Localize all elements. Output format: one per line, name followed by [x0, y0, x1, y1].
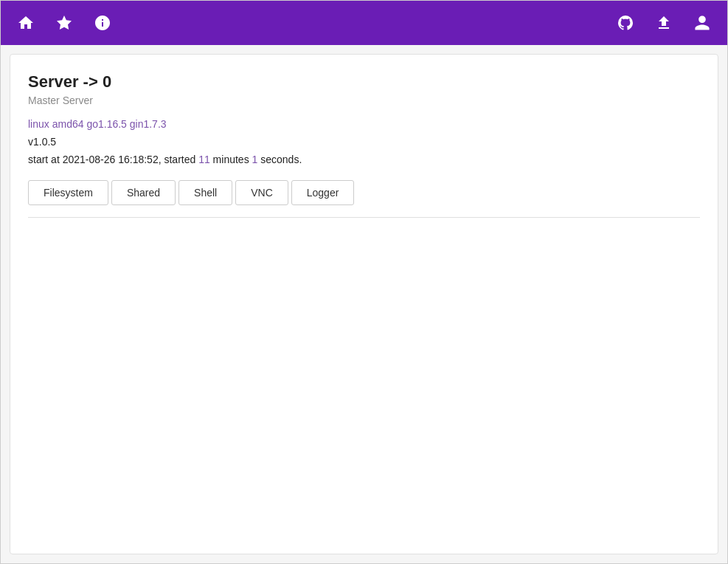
tab-content-area [28, 217, 700, 536]
navbar-right [612, 10, 715, 36]
navbar [1, 1, 727, 45]
info-icon[interactable] [89, 10, 116, 36]
tab-logger[interactable]: Logger [291, 180, 355, 205]
github-icon[interactable] [612, 10, 639, 36]
navbar-left [13, 10, 116, 36]
tab-filesystem[interactable]: Filesystem [28, 180, 108, 205]
star-icon[interactable] [51, 10, 77, 36]
account-icon[interactable] [689, 10, 715, 36]
tab-shared[interactable]: Shared [111, 180, 176, 205]
minutes-label: minutes [210, 154, 252, 165]
server-info-line: linux amd64 go1.16.5 gin1.7.3 [28, 118, 700, 130]
tab-shell[interactable]: Shell [178, 180, 232, 205]
server-version: v1.0.5 [28, 136, 700, 148]
seconds-label: seconds. [257, 154, 302, 165]
tab-buttons: Filesystem Shared Shell VNC Logger [28, 180, 700, 205]
app-window: Server -> 0 Master Server linux amd64 go… [0, 0, 728, 564]
server-start: start at 2021-08-26 16:18:52, started 11… [28, 154, 700, 165]
tab-vnc[interactable]: VNC [235, 180, 288, 205]
upload-icon[interactable] [651, 10, 677, 36]
server-title: Server -> 0 [28, 72, 700, 92]
start-prefix-text: start at 2021-08-26 16:18:52, started [28, 154, 198, 165]
home-icon[interactable] [13, 10, 39, 36]
server-subtitle: Master Server [28, 94, 700, 106]
start-minutes: 11 [198, 154, 210, 165]
main-content-panel: Server -> 0 Master Server linux amd64 go… [10, 54, 718, 554]
